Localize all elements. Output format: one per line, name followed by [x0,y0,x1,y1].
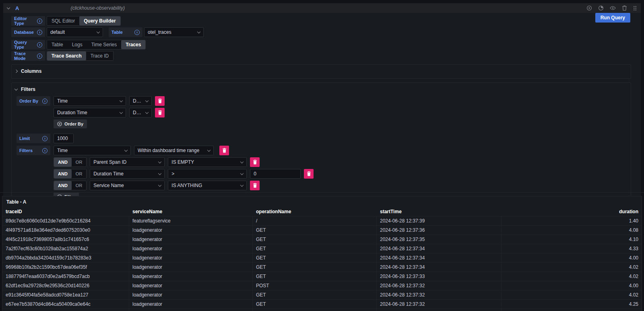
column-header[interactable]: serviceName [129,207,253,216]
filter-operator-select[interactable]: > [168,169,247,179]
column-header[interactable]: startTime [377,207,502,216]
order-by-direction-select[interactable]: DESC [129,108,152,117]
info-icon[interactable] [134,30,140,35]
remove-filter-button[interactable] [250,157,260,167]
eye-icon[interactable] [610,6,616,10]
or-option[interactable]: OR [72,181,87,190]
info-icon[interactable] [42,136,47,141]
trace-id-link[interactable]: 1887794f7eaa6037d0e2a4579bcd7acb [2,272,129,281]
operation-name-cell: GET [253,272,377,281]
filters-section-header[interactable]: Filters [15,85,627,94]
start-time-cell: 2024-06-28 12:37:34 [377,244,502,253]
remove-order-by-button[interactable] [155,96,165,106]
trace-mode-option[interactable]: Trace ID [86,51,114,60]
service-name-cell: loadgenerator [129,263,253,272]
circle-dot-icon[interactable] [586,5,592,11]
trace-id-link[interactable]: 4f45c21918c73698057a8b1c741657c6 [2,235,129,244]
or-option[interactable]: OR [72,158,87,167]
query-type-option[interactable]: Logs [68,40,87,49]
trace-id-link[interactable]: 7a2f07ecf63c60b1029ab2ac155874a2 [2,244,129,253]
chevron-down-icon[interactable] [7,6,10,9]
order-by-label: Order By [17,96,50,106]
trace-id-link[interactable]: 89dc7e8c6060c0d12de7e9b50c216284 [2,216,129,225]
table-row: 7a2f07ecf63c60b1029ab2ac155874a2 loadgen… [2,244,642,253]
filter-field-select[interactable]: Duration Time [90,169,165,179]
query-type-option[interactable]: Traces [121,40,145,49]
columns-section-header[interactable]: Columns [15,67,627,76]
service-name-cell: loadgenerator [129,309,253,311]
operation-name-cell: GET [253,244,377,253]
filter-operator-select[interactable]: IS EMPTY [168,157,247,167]
table-select[interactable]: otel_traces [144,27,204,37]
service-name-cell: loadgenerator [129,244,253,253]
pie-chart-icon[interactable] [598,5,604,11]
query-type-option[interactable]: Table [47,40,68,49]
duration-cell: 4.10 [502,235,642,244]
table-panel: Table - A traceIDserviceNameoperationNam… [2,196,642,311]
remove-filter-button[interactable] [250,181,260,190]
pane-divider[interactable] [0,192,644,193]
trace-id-link[interactable]: 62df1ec9a29728c9e29536c20d140226 [2,281,129,290]
run-query-button[interactable]: Run Query [595,13,630,23]
query-type-label: Query Type [11,40,45,49]
filter-value-input[interactable] [250,169,301,179]
info-icon[interactable] [37,19,42,24]
chevron-down-icon [120,99,123,102]
order-by-direction-select[interactable]: DESC [129,96,152,106]
service-name-cell: loadgenerator [129,300,253,309]
query-type-option[interactable]: Time Series [87,40,122,49]
column-header[interactable]: operationName [253,207,377,216]
trash-icon[interactable] [622,5,627,11]
filter-field-select[interactable]: Service Name [90,181,165,190]
service-name-cell: loadgenerator [129,235,253,244]
trace-mode-option[interactable]: Trace Search [47,51,86,60]
duration-cell: 4.11 [502,309,642,311]
operation-name-cell: GET [253,300,377,309]
order-by-row: Time DESC [54,96,165,106]
info-icon[interactable] [37,42,42,47]
filter-operator-select[interactable]: IS ANYTHING [168,181,247,190]
limit-label: Limit [17,134,50,143]
and-option[interactable]: AND [54,169,72,178]
start-time-cell: 2024-06-28 12:37:32 [377,290,502,299]
database-select[interactable]: default [47,27,103,37]
trace-id-link[interactable]: e91c3645f04fa5e58adcd0758e1ea127 [2,290,129,299]
table-row: 514b1d5f2f30447c046db4ba6b64ad10 loadgen… [2,309,642,311]
column-header[interactable]: traceID [2,207,129,216]
table-row: 4f45c21918c73698057a8b1c741657c6 loadgen… [2,235,642,244]
column-header[interactable]: duration [502,207,642,216]
drag-handle-icon[interactable] [633,6,637,11]
order-by-field-select[interactable]: Duration Time [54,108,126,117]
duration-cell: 4.00 [502,281,642,290]
add-order-by-button[interactable]: Order By [54,119,87,128]
order-by-field-select[interactable]: Time [54,96,126,106]
and-option[interactable]: AND [54,181,72,190]
filter-field-select[interactable]: Parent Span ID [90,157,165,167]
info-icon[interactable] [42,148,47,153]
service-name-cell: loadgenerator [129,272,253,281]
chevron-down-icon [240,160,244,163]
trace-id-link[interactable]: db9704a2bbda34204d159c71b78283e3 [2,253,129,262]
chevron-down-icon [240,171,244,175]
filter-field-select[interactable]: Time [54,146,131,155]
info-icon[interactable] [42,99,47,104]
service-name-cell: loadgenerator [129,290,253,299]
editor-type-option[interactable]: SQL Editor [47,16,79,25]
limit-input[interactable] [54,134,74,143]
trace-id-link[interactable]: 96968b10fa2b2c1590bc67dea06ef35f [2,263,129,272]
and-option[interactable]: AND [54,158,72,167]
filter-operator-select[interactable]: Within dashboard time range [134,146,214,155]
remove-filter-button[interactable] [304,169,314,179]
remove-filter-button[interactable] [219,146,229,155]
trace-id-link[interactable]: 4f497571a618e364ed7ded60752030e0 [2,226,129,235]
or-option[interactable]: OR [72,169,87,178]
trace-id-link[interactable]: 514b1d5f2f30447c046db4ba6b64ad10 [2,309,129,311]
remove-order-by-button[interactable] [155,108,165,117]
editor-type-option[interactable]: Query Builder [79,16,120,25]
info-icon[interactable] [37,30,42,35]
datasource-name: (clickhouse-observability) [70,5,125,11]
columns-section: Columns [11,64,631,79]
trace-id-link[interactable]: e67ee7b53870d4c864ca50409ca0e64c [2,300,129,309]
info-icon[interactable] [37,54,42,59]
operation-name-cell: POST [253,281,377,290]
